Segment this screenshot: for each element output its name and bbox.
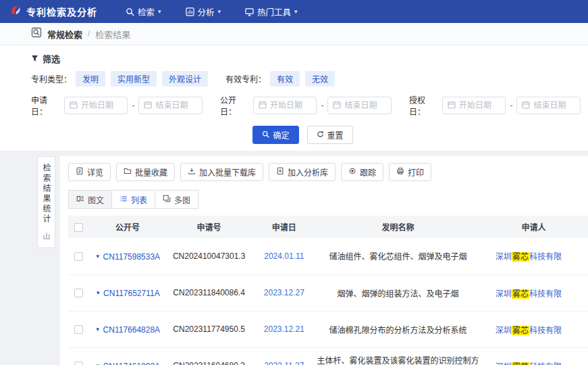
print-button[interactable]: 打印 (389, 163, 431, 181)
track-button[interactable]: 跟踪 (341, 163, 383, 181)
header-applicant: 申请人 (479, 216, 588, 238)
table-row: ▼CN117598533A CN202410047301.3 2024.01.1… (68, 238, 588, 274)
search-doc-icon (31, 27, 42, 41)
toolbar-label: 详览 (87, 166, 103, 178)
nav-menu-search[interactable]: 检索 ▾ (126, 5, 161, 18)
detail-view-button[interactable]: 详览 (68, 163, 111, 181)
row-checkbox[interactable] (74, 325, 83, 334)
row-checkbox[interactable] (74, 289, 83, 297)
stats-side-tab[interactable]: 检索结果统计 (37, 156, 55, 248)
chevron-down-icon: ▾ (158, 8, 161, 15)
filter-header[interactable]: 筛选 (31, 52, 574, 65)
publication-number-link[interactable]: ▼CN117461893A (95, 362, 160, 365)
invention-title[interactable]: 烟弹、烟弹的组装方法、及电子烟 (317, 274, 479, 311)
valid-option-invalid[interactable]: 无效 (305, 71, 335, 87)
applicant-link[interactable]: 深圳雾芯科技有限 (479, 238, 588, 274)
toolbar-label: 批量收藏 (135, 166, 167, 178)
applicant-suffix: 科技有限 (529, 252, 562, 262)
toolbar-label: 跟踪 (360, 166, 376, 178)
publication-number-link[interactable]: ▼CN117664828A (95, 325, 160, 335)
calendar-icon (144, 101, 152, 111)
application-date-end[interactable] (138, 97, 203, 114)
caret-down-icon[interactable]: ▼ (95, 291, 101, 296)
publication-date-end-input[interactable] (344, 101, 386, 110)
application-number: CN202311774950.5 (167, 311, 252, 347)
table-row: ▼CN117664828A CN202311774950.5 2023.12.2… (68, 311, 588, 347)
application-date-label: 申请日： (31, 94, 60, 117)
patent-type-invention[interactable]: 发明 (76, 71, 105, 87)
filter-title: 筛选 (43, 52, 60, 65)
application-date-group: 申请日： - (31, 94, 203, 117)
grant-date-end-input[interactable] (533, 101, 575, 110)
publication-date-end[interactable] (327, 97, 392, 114)
application-date-end-input[interactable] (155, 101, 197, 110)
results-area: 检索结果统计 详览 批量收藏 加入批量下载库 加入分析库 (0, 151, 588, 365)
nav-menu-analysis[interactable]: 分析 ▾ (186, 5, 221, 18)
application-date-start-input[interactable] (81, 101, 123, 110)
invention-title[interactable]: 储油组件、雾化芯组件、烟弹及电子烟 (317, 238, 479, 274)
document-icon (76, 167, 84, 177)
application-date-start[interactable] (64, 97, 128, 114)
table-row: ▼CN117461893A CN202311604680.3 2023.11.2… (68, 347, 588, 365)
invention-title[interactable]: 储油棉孔隙分布的分析方法及分析系统 (317, 311, 479, 347)
chevron-down-icon: ▾ (294, 8, 298, 15)
tab-multi-image[interactable]: 多图 (155, 190, 198, 209)
analysis-library-button[interactable]: 加入分析库 (269, 163, 336, 181)
application-date-link[interactable]: 2024.01.11 (264, 251, 304, 261)
results-toolbar: 详览 批量收藏 加入批量下载库 加入分析库 跟踪 (68, 163, 588, 181)
nav-menu-tools[interactable]: 热门工具 ▾ (245, 5, 298, 18)
calendar-icon (259, 101, 267, 111)
applicant-link[interactable]: 深圳雾芯科技有限 (479, 347, 588, 365)
brand[interactable]: 专利检索及分析 (9, 4, 97, 19)
view-tab-label: 多图 (174, 194, 190, 205)
toolbar-label: 加入分析库 (288, 166, 328, 178)
refresh-icon (317, 130, 324, 140)
applicant-highlight: 雾芯 (512, 289, 529, 299)
patent-type-design[interactable]: 外观设计 (162, 71, 208, 87)
select-all-checkbox[interactable] (74, 223, 83, 232)
toolbar-label: 打印 (408, 166, 424, 178)
publication-date-start[interactable] (253, 97, 317, 114)
filter-dates-row: 申请日： - 公开日： - (31, 94, 574, 117)
valid-option-valid[interactable]: 有效 (270, 71, 300, 87)
batch-download-button[interactable]: 加入批量下载库 (180, 163, 263, 181)
publication-number-link[interactable]: ▼CN117652711A (95, 289, 160, 298)
publication-number-link[interactable]: ▼CN117598533A (95, 252, 160, 262)
folder-icon (124, 167, 132, 177)
row-checkbox[interactable] (74, 252, 83, 261)
breadcrumb-root[interactable]: 常规检索 (47, 28, 82, 41)
application-date-link[interactable]: 2023.12.21 (264, 324, 304, 334)
caret-down-icon[interactable]: ▼ (95, 254, 101, 260)
applicant-link[interactable]: 深圳雾芯科技有限 (479, 274, 588, 311)
top-navbar: 专利检索及分析 检索 ▾ 分析 ▾ 热门工具 ▾ (0, 0, 588, 23)
batch-favorite-button[interactable]: 批量收藏 (116, 163, 175, 181)
confirm-button[interactable]: 确定 (252, 126, 298, 144)
applicant-highlight: 雾芯 (512, 326, 529, 335)
publication-date-start-input[interactable] (270, 101, 312, 110)
table-header-row: 公开号 申请号 申请日 发明名称 申请人 (68, 216, 588, 238)
patent-type-utility[interactable]: 实用新型 (111, 71, 157, 87)
stats-icon (43, 230, 51, 242)
grant-date-end[interactable] (516, 97, 581, 114)
view-tab-label: 列表 (131, 194, 147, 205)
range-separator: - (132, 101, 134, 110)
applicant-link[interactable]: 深圳雾芯科技有限 (479, 311, 588, 347)
caret-down-icon[interactable]: ▼ (95, 327, 101, 333)
invention-title[interactable]: 主体杆、雾化装置及该雾化装置的识别控制方法 (317, 347, 479, 365)
publication-number: CN117652711A (103, 289, 160, 298)
grant-date-start-input[interactable] (459, 101, 501, 110)
calendar-icon (70, 101, 78, 111)
tab-list[interactable]: 列表 (111, 190, 155, 209)
grant-date-label: 授权日： (409, 94, 438, 117)
applicant-suffix: 科技有限 (529, 362, 562, 365)
grant-date-start[interactable] (442, 97, 506, 114)
view-switcher: 图文 列表 多图 (68, 190, 588, 209)
application-date-link[interactable]: 2023.11.27 (264, 361, 304, 365)
application-date-link[interactable]: 2023.12.27 (264, 288, 304, 297)
tab-image-text[interactable]: 图文 (68, 190, 112, 209)
reset-button[interactable]: 重置 (307, 126, 353, 144)
row-checkbox[interactable] (74, 362, 83, 365)
logo-icon (9, 4, 22, 19)
confirm-label: 确定 (273, 129, 289, 141)
nav-menu-label: 热门工具 (257, 5, 291, 18)
